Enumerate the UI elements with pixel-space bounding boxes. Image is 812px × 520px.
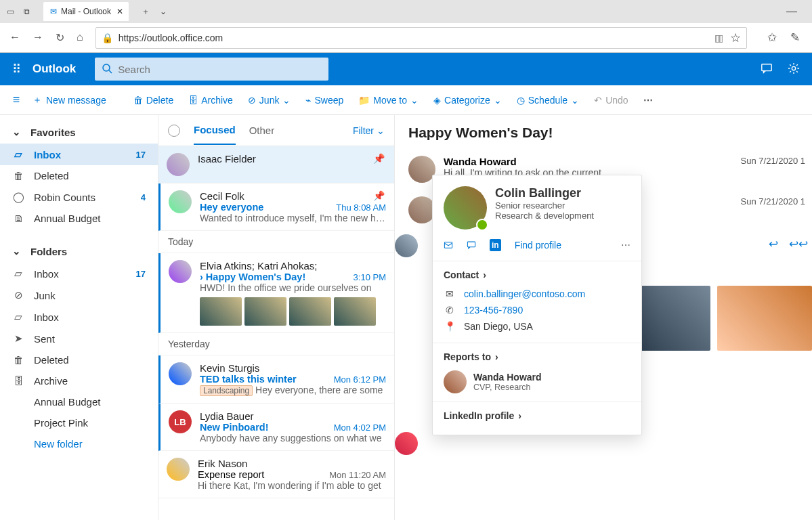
move-to-button[interactable]: 📁Move to⌄: [358, 95, 419, 106]
more-commands-button[interactable]: ⋯: [643, 95, 654, 106]
reading-pane: Happy Women's Day! Wanda Howard Hi all, …: [395, 115, 812, 520]
notes-icon[interactable]: ✎: [790, 30, 800, 45]
close-tab-icon[interactable]: ✕: [116, 7, 123, 16]
favorites-header[interactable]: ⌄ Favorites: [0, 121, 158, 144]
sender-avatar: LB: [169, 410, 192, 433]
hamburger-icon[interactable]: ≡: [0, 93, 33, 107]
minimize-button[interactable]: —: [786, 5, 797, 18]
message-item[interactable]: Elvia Atkins; Katri Ahokas;› Happy Women…: [158, 253, 394, 333]
sweep-label: Sweep: [314, 95, 343, 106]
archive-button[interactable]: 🗄Archive: [188, 95, 233, 106]
tab-chevron-icon[interactable]: ⌄: [157, 5, 169, 18]
tab-aside-icon[interactable]: ⧉: [20, 5, 33, 18]
message-item[interactable]: Kevin SturgisTED talks this winterLandsc…: [158, 355, 394, 404]
find-profile-link[interactable]: Find profile: [515, 240, 561, 251]
message-item[interactable]: Cecil FolkHey everyoneWanted to introduc…: [158, 183, 394, 231]
search-box[interactable]: [95, 58, 328, 81]
forward-button[interactable]: →: [33, 31, 43, 44]
message-item[interactable]: Isaac Fielder📌: [158, 146, 394, 183]
conversation-avatar: [395, 234, 418, 257]
home-button[interactable]: ⌂: [77, 31, 83, 44]
sweep-button[interactable]: ⌁Sweep: [305, 95, 343, 106]
reply-all-icon[interactable]: ↩↩: [789, 237, 808, 251]
reports-to-header[interactable]: Reports to›: [444, 351, 631, 362]
profile-more-icon[interactable]: ⋯: [621, 240, 631, 251]
attachment-thumb[interactable]: [334, 297, 376, 326]
folder-item[interactable]: ▱Inbox: [0, 306, 158, 328]
select-all-checkbox[interactable]: [168, 125, 180, 137]
junk-button[interactable]: ⊘Junk⌄: [248, 95, 291, 106]
folder-label: Inbox: [34, 149, 61, 160]
profile-title: Senior researcher: [495, 200, 594, 211]
message-time: Mon 11:20 AM: [329, 470, 386, 480]
folder-item[interactable]: ◯Robin Counts4: [0, 186, 158, 208]
message-item[interactable]: LB Lydia BauerNew Pinboard!Anybody have …: [158, 404, 394, 451]
folder-label: Inbox: [34, 268, 59, 280]
sweep-icon: ⌁: [305, 95, 311, 106]
send-mail-icon[interactable]: [444, 240, 453, 251]
reports-to-person[interactable]: Wanda Howard CVP, Research: [444, 368, 631, 393]
refresh-button[interactable]: ↻: [56, 31, 64, 44]
chat-icon[interactable]: [761, 62, 773, 77]
linkedin-section-header[interactable]: LinkedIn profile›: [444, 410, 631, 421]
sender-avatar: [169, 190, 192, 213]
chevron-right-icon: ›: [495, 351, 498, 362]
new-folder-button[interactable]: New folder: [0, 433, 158, 454]
message-preview: Wanted to introduce myself, I'm the new …: [200, 213, 386, 223]
tab-focused[interactable]: Focused: [194, 124, 236, 145]
archive-icon: 🗄: [188, 95, 198, 106]
folder-item[interactable]: 🗄Archive: [0, 370, 158, 391]
settings-icon[interactable]: [788, 62, 800, 77]
attachment-thumb[interactable]: [200, 297, 242, 326]
folder-item[interactable]: 🗎Annual Budget: [0, 208, 158, 229]
schedule-button[interactable]: ◷Schedule⌄: [517, 95, 579, 106]
app-launcher-icon[interactable]: ⠿: [0, 62, 33, 77]
folder-item[interactable]: ⊘Junk: [0, 284, 158, 306]
contact-phone-row[interactable]: ✆123-456-7890: [444, 302, 631, 318]
browser-tab[interactable]: ✉ Mail - Outlook ✕: [43, 2, 129, 21]
profile-department: Research & development: [495, 211, 594, 221]
pin-icon[interactable]: 📌: [373, 153, 385, 164]
svg-rect-2: [762, 64, 771, 70]
filter-button[interactable]: Filter⌄: [353, 125, 385, 136]
back-button[interactable]: ←: [9, 31, 20, 44]
attachment-thumb[interactable]: [244, 297, 286, 326]
start-chat-icon[interactable]: [467, 240, 476, 251]
categorize-button[interactable]: ◈Categorize⌄: [433, 95, 502, 106]
new-message-button[interactable]: ＋ New message: [33, 94, 106, 106]
address-bar[interactable]: 🔒 https://outlook.office.com ▥ ☆: [95, 27, 747, 49]
contact-label: Contact: [444, 269, 479, 280]
folder-item[interactable]: ➤Sent: [0, 328, 158, 349]
tab-actions-icon[interactable]: ▭: [4, 5, 16, 18]
new-tab-button[interactable]: ＋: [140, 5, 152, 18]
folder-item[interactable]: Annual Budget: [0, 391, 158, 412]
reading-view-icon[interactable]: ▥: [714, 32, 723, 43]
folder-item[interactable]: Project Pink: [0, 412, 158, 433]
search-input[interactable]: [118, 64, 322, 75]
favorite-icon[interactable]: ☆: [730, 30, 741, 45]
contact-section-header[interactable]: Contact›: [444, 269, 631, 280]
tab-title: Mail - Outlook: [61, 7, 111, 16]
pin-icon[interactable]: 📌: [373, 190, 385, 201]
mail-icon: ✉: [444, 288, 456, 299]
message-item[interactable]: Erik NasonExpense reportHi there Kat, I'…: [158, 451, 394, 498]
folder-item[interactable]: 🗑Deleted: [0, 349, 158, 370]
folder-item[interactable]: ▱Inbox17: [0, 144, 158, 165]
folders-header[interactable]: ⌄ Folders: [0, 240, 158, 263]
favorites-bar-icon[interactable]: ✩: [767, 30, 777, 45]
folder-item[interactable]: ▱Inbox17: [0, 263, 158, 284]
tab-other[interactable]: Other: [249, 125, 275, 144]
profile-card: Colin Ballinger Senior researcher Resear…: [432, 175, 642, 435]
linkedin-icon[interactable]: in: [490, 239, 501, 251]
sender-avatar: [169, 260, 192, 283]
attachment-thumb[interactable]: [289, 297, 331, 326]
junk-label: Junk: [259, 95, 280, 106]
delete-button[interactable]: 🗑Delete: [133, 95, 173, 106]
reply-icon[interactable]: ↩: [769, 237, 778, 251]
attachment-thumbnail[interactable]: [717, 286, 812, 351]
contact-phone: 123-456-7890: [464, 305, 523, 316]
folder-item[interactable]: 🗑Deleted: [0, 165, 158, 186]
contact-email-row[interactable]: ✉colin.ballinger@contoso.com: [444, 286, 631, 302]
browser-toolbar: ← → ↻ ⌂ 🔒 https://outlook.office.com ▥ ☆…: [0, 23, 812, 53]
undo-button[interactable]: ↶Undo: [594, 95, 628, 106]
